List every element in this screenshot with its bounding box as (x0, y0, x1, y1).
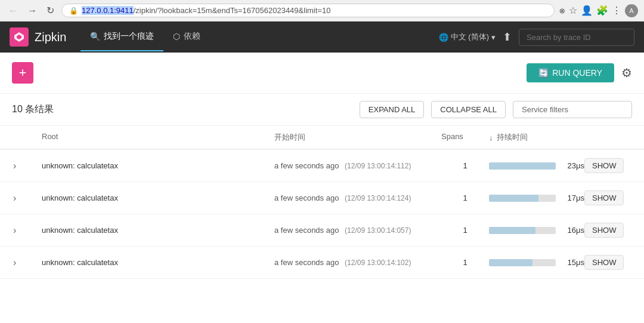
puzzle-button[interactable]: 🧩 (596, 5, 608, 16)
row-4-show-button[interactable]: SHOW (584, 255, 624, 270)
row-2-operation: calculatetax (77, 193, 118, 202)
upload-button[interactable]: ⬆ (503, 30, 512, 44)
row-3-time: a few seconds ago (12/09 13:00:14:057) (274, 226, 441, 235)
chevron-down-icon: ▾ (491, 33, 496, 42)
row-3-root: unknown: calculatetax (42, 226, 274, 235)
url-text: 127.0.0.1:9411/zipkin/?lookback=15m&endT… (82, 6, 330, 15)
row-1-operation: calculatetax (77, 161, 118, 170)
col-duration-header: ↓ 持续时间 (489, 132, 584, 143)
row-2-show[interactable]: SHOW (584, 190, 632, 205)
row-4-service: unknown (42, 258, 73, 267)
row-3-duration-bar (489, 227, 535, 234)
row-4-time: a few seconds ago (12/09 13:00:14:102) (274, 258, 441, 267)
row-2-chevron[interactable]: › (12, 192, 17, 205)
row-2-duration-bar (489, 195, 538, 202)
expand-all-button[interactable]: EXPAND ALL (360, 101, 425, 118)
row-2-expand[interactable]: › (12, 192, 42, 205)
row-2-duration-cell: 17μs (489, 193, 584, 202)
tab-find-trace-label: 找到一个痕迹 (104, 31, 154, 42)
duration-header-text: 持续时间 (497, 132, 528, 143)
lang-label: 中文 (简体) (451, 32, 489, 42)
forward-button[interactable]: → (25, 4, 39, 17)
row-3-chevron[interactable]: › (12, 224, 17, 237)
row-3-expand[interactable]: › (12, 224, 42, 237)
back-button[interactable]: ← (6, 4, 20, 17)
row-3-timestamp: (12/09 13:00:14:057) (345, 226, 411, 235)
avatar: A (625, 4, 638, 17)
row-4-spans: 1 (441, 258, 489, 267)
row-2-duration-bar-container (489, 195, 556, 202)
col-expand (12, 132, 42, 143)
lang-selector[interactable]: 🌐 中文 (简体) ▾ (439, 32, 496, 42)
row-1-time: a few seconds ago (12/09 13:00:14:112) (274, 161, 441, 170)
lock-icon: 🔒 (69, 7, 78, 15)
row-4-timestamp: (12/09 13:00:14:102) (345, 259, 411, 267)
row-4-duration-bar (489, 259, 532, 266)
zipkin-logo-icon (10, 27, 29, 47)
row-1-chevron[interactable]: › (12, 159, 17, 173)
service-filters-input[interactable]: Service filters (513, 101, 632, 118)
row-2-show-button[interactable]: SHOW (584, 190, 624, 205)
nav-tabs: 🔍 找到一个痕迹 ⬡ 依赖 (80, 23, 438, 51)
row-1-service: unknown (42, 161, 73, 170)
row-1-show[interactable]: SHOW (584, 158, 632, 173)
row-1-duration-bar (489, 162, 556, 170)
query-bar: + 🔄 RUN QUERY ⚙ (0, 53, 644, 94)
row-4-chevron[interactable]: › (12, 256, 17, 269)
settings-button[interactable]: ⚙ (621, 66, 632, 80)
results-header: 10 条结果 EXPAND ALL COLLAPSE ALL Service f… (0, 94, 644, 126)
run-query-button[interactable]: 🔄 RUN QUERY (527, 63, 614, 82)
refresh-icon: 🔄 (538, 68, 549, 78)
row-3-operation: calculatetax (77, 226, 118, 235)
row-1-spans: 1 (441, 161, 489, 170)
search-by-trace-input[interactable] (519, 29, 634, 46)
reload-button[interactable]: ↻ (44, 4, 57, 17)
run-query-label: RUN QUERY (552, 68, 602, 78)
col-root-header: Root (42, 132, 274, 143)
profile-button[interactable]: 👤 (581, 5, 593, 16)
star-button[interactable]: ☆ (569, 5, 577, 16)
row-2-service: unknown (42, 193, 73, 202)
table-header: Root 开始时间 Spans ↓ 持续时间 (0, 126, 644, 150)
table-row: › unknown: calculatetax a few seconds ag… (0, 150, 644, 182)
row-4-expand[interactable]: › (12, 256, 42, 269)
share-button[interactable]: ⎈ (559, 5, 565, 16)
table-row: › unknown: calculatetax a few seconds ag… (0, 214, 644, 247)
app-logo: Zipkin (10, 27, 66, 47)
row-1-duration-cell: 23μs (489, 161, 584, 170)
add-filter-button[interactable]: + (12, 62, 33, 84)
col-spans-header: Spans (441, 132, 489, 143)
row-2-root: unknown: calculatetax (42, 193, 274, 202)
row-2-time: a few seconds ago (12/09 13:00:14:124) (274, 193, 441, 202)
nav-right: 🌐 中文 (简体) ▾ ⬆ (439, 29, 634, 46)
tab-dependencies-label: 依赖 (184, 31, 200, 42)
tab-dependencies[interactable]: ⬡ 依赖 (163, 23, 210, 51)
row-2-duration-text: 17μs (561, 193, 584, 202)
col-actions-header (584, 132, 632, 143)
row-4-duration-text: 15μs (561, 258, 584, 267)
row-1-relative-time: a few seconds ago (274, 161, 339, 170)
row-4-relative-time: a few seconds ago (274, 258, 339, 267)
tab-find-trace[interactable]: 🔍 找到一个痕迹 (80, 23, 163, 51)
collapse-all-button[interactable]: COLLAPSE ALL (431, 101, 506, 118)
dependencies-icon: ⬡ (173, 32, 180, 41)
row-2-relative-time: a few seconds ago (274, 193, 339, 202)
query-filters-area (41, 62, 519, 84)
row-3-service: unknown (42, 226, 73, 235)
row-3-duration-cell: 16μs (489, 226, 584, 235)
col-start-time-header: 开始时间 (274, 132, 441, 143)
row-3-show-button[interactable]: SHOW (584, 223, 624, 238)
row-4-duration-bar-container (489, 259, 556, 266)
row-1-expand[interactable]: › (12, 159, 42, 173)
row-1-root: unknown: calculatetax (42, 161, 274, 170)
row-1-show-button[interactable]: SHOW (584, 158, 624, 173)
main-content: + 🔄 RUN QUERY ⚙ 10 条结果 EXPAND ALL COLLAP… (0, 53, 644, 323)
url-bar[interactable]: 🔒 127.0.0.1:9411/zipkin/?lookback=15m&en… (61, 4, 555, 17)
row-4-root: unknown: calculatetax (42, 258, 274, 267)
translate-icon: 🌐 (439, 33, 448, 42)
row-3-relative-time: a few seconds ago (274, 226, 339, 235)
row-3-show[interactable]: SHOW (584, 223, 632, 238)
row-3-duration-text: 16μs (561, 226, 584, 235)
menu-button[interactable]: ⋮ (612, 5, 621, 16)
row-4-show[interactable]: SHOW (584, 255, 632, 270)
